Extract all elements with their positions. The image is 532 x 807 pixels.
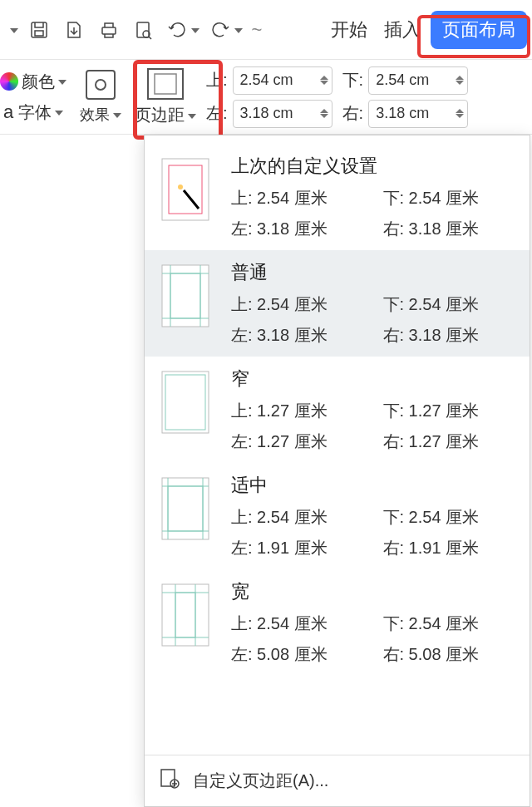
preset-normal[interactable]: 普通 上: 2.54 厘米 下: 2.54 厘米 左: 3.18 厘米 右: 3…	[145, 250, 530, 357]
svg-rect-10	[162, 265, 209, 327]
margin-top-label: 上:	[206, 69, 228, 91]
svg-rect-2	[102, 27, 116, 34]
tab-start[interactable]: 开始	[324, 12, 374, 47]
preset-wide[interactable]: 宽 上: 2.54 厘米 下: 2.54 厘米 左: 5.08 厘米 右: 5.…	[145, 569, 530, 676]
svg-rect-24	[162, 584, 209, 646]
preset-left: 左: 3.18 厘米	[231, 324, 363, 347]
tab-page-layout[interactable]: 页面布局	[431, 11, 527, 49]
preview-icon	[133, 19, 155, 41]
preset-right: 右: 3.18 厘米	[383, 324, 515, 347]
preset-bottom: 下: 2.54 厘米	[383, 506, 515, 529]
margin-bottom-label: 下:	[342, 69, 364, 91]
undo-icon	[166, 19, 188, 41]
svg-rect-18	[162, 478, 209, 539]
preset-top: 上: 2.54 厘米	[231, 506, 363, 529]
preset-last-custom[interactable]: 上次的自定义设置 上: 2.54 厘米 下: 2.54 厘米 左: 3.18 厘…	[145, 144, 530, 250]
preset-bottom: 下: 2.54 厘米	[383, 613, 515, 635]
preset-icon-moderate	[156, 473, 214, 544]
effects-dropdown[interactable]: 效果	[80, 105, 121, 125]
margin-right-input[interactable]: 3.18 cm	[368, 100, 468, 128]
margin-left-input[interactable]: 3.18 cm	[233, 100, 332, 128]
preset-left: 左: 1.91 厘米	[231, 537, 363, 559]
svg-rect-1	[35, 31, 43, 36]
redo-icon	[209, 19, 231, 41]
toolbar-separator	[249, 19, 264, 41]
preset-bottom: 下: 2.54 厘米	[383, 293, 515, 316]
margins-dropdown-button[interactable]: 页边距	[128, 60, 203, 134]
preset-left: 左: 1.27 厘米	[231, 431, 363, 453]
preview-icon-button[interactable]	[128, 14, 160, 46]
save-icon	[28, 19, 50, 41]
margins-dropdown-panel: 上次的自定义设置 上: 2.54 厘米 下: 2.54 厘米 左: 3.18 厘…	[144, 135, 530, 807]
print-icon-button[interactable]	[93, 14, 125, 46]
preset-top: 上: 2.54 厘米	[231, 293, 363, 316]
margin-left-value: 3.18 cm	[240, 105, 293, 122]
preset-icon-custom	[156, 154, 214, 225]
preset-title: 普通	[231, 260, 515, 285]
preset-icon-narrow	[156, 367, 214, 438]
preset-title: 上次的自定义设置	[231, 154, 515, 179]
output-icon	[63, 19, 85, 41]
redo-button[interactable]	[206, 14, 246, 46]
save-icon-button[interactable]	[23, 14, 55, 46]
custom-margins-icon	[158, 767, 181, 795]
margin-top-value: 2.54 cm	[240, 71, 293, 89]
preset-icon-normal	[156, 260, 214, 332]
font-a-icon: a	[3, 101, 13, 123]
preset-right: 右: 3.18 厘米	[383, 218, 515, 240]
preset-left: 左: 3.18 厘米	[231, 218, 363, 240]
ribbon-row: 颜色 a 字体 效果 页边距 上: 2.54 cm	[0, 60, 532, 135]
effects-icon	[86, 70, 116, 100]
color-wheel-icon	[0, 72, 18, 91]
preset-bottom: 下: 1.27 厘米	[383, 400, 515, 422]
preset-title: 宽	[231, 579, 515, 604]
print-icon	[98, 19, 120, 41]
top-toolbar: 开始 插入 页面布局	[0, 0, 532, 60]
margins-preset-list: 上次的自定义设置 上: 2.54 厘米 下: 2.54 厘米 左: 3.18 厘…	[145, 135, 530, 755]
margin-left-label: 左:	[206, 102, 228, 125]
custom-margins-label: 自定义页边距(A)...	[193, 770, 328, 792]
margin-bottom-input[interactable]: 2.54 cm	[368, 66, 468, 95]
svg-rect-6	[155, 74, 176, 94]
preset-right: 右: 5.08 厘米	[383, 643, 515, 666]
tab-insert[interactable]: 插入	[377, 12, 427, 47]
svg-point-9	[178, 185, 183, 189]
preset-icon-wide	[156, 579, 214, 651]
custom-margins-menu-item[interactable]: 自定义页边距(A)...	[145, 755, 530, 806]
preset-narrow[interactable]: 窄 上: 1.27 厘米 下: 1.27 厘米 左: 1.27 厘米 右: 1.…	[145, 357, 530, 463]
preset-right: 右: 1.27 厘米	[383, 431, 515, 453]
margin-right-value: 3.18 cm	[376, 105, 429, 122]
margin-bottom-value: 2.54 cm	[376, 71, 429, 89]
preset-right: 右: 1.91 厘米	[383, 537, 515, 559]
font-label: 字体	[18, 101, 52, 124]
margin-top-input[interactable]: 2.54 cm	[233, 66, 332, 95]
font-dropdown[interactable]: a 字体	[3, 101, 63, 124]
spinner-icon[interactable]	[320, 76, 328, 85]
color-label: 颜色	[22, 71, 55, 93]
preset-title: 适中	[231, 473, 515, 498]
preset-top: 上: 2.54 厘米	[231, 613, 363, 635]
output-icon-button[interactable]	[58, 14, 90, 46]
color-dropdown[interactable]: 颜色	[0, 71, 66, 93]
spinner-icon[interactable]	[456, 109, 464, 118]
margin-right-label: 右:	[342, 102, 364, 125]
effects-label: 效果	[80, 105, 110, 125]
margins-label: 页边距	[135, 104, 185, 126]
preset-title: 窄	[231, 367, 515, 391]
preset-top: 上: 2.54 厘米	[231, 187, 363, 209]
undo-button[interactable]	[163, 14, 203, 46]
preset-top: 上: 1.27 厘米	[231, 400, 363, 422]
margins-icon	[146, 67, 185, 101]
spinner-icon[interactable]	[320, 109, 328, 118]
app-menu-dropdown[interactable]	[5, 27, 20, 33]
preset-moderate[interactable]: 适中 上: 2.54 厘米 下: 2.54 厘米 左: 1.91 厘米 右: 1…	[145, 463, 530, 569]
margin-input-group: 上: 2.54 cm 下: 2.54 cm 左: 3.18 cm	[203, 60, 532, 134]
preset-bottom: 下: 2.54 厘米	[383, 187, 515, 209]
spinner-icon[interactable]	[456, 76, 464, 85]
preset-left: 左: 5.08 厘米	[231, 643, 363, 666]
svg-rect-16	[162, 372, 209, 433]
